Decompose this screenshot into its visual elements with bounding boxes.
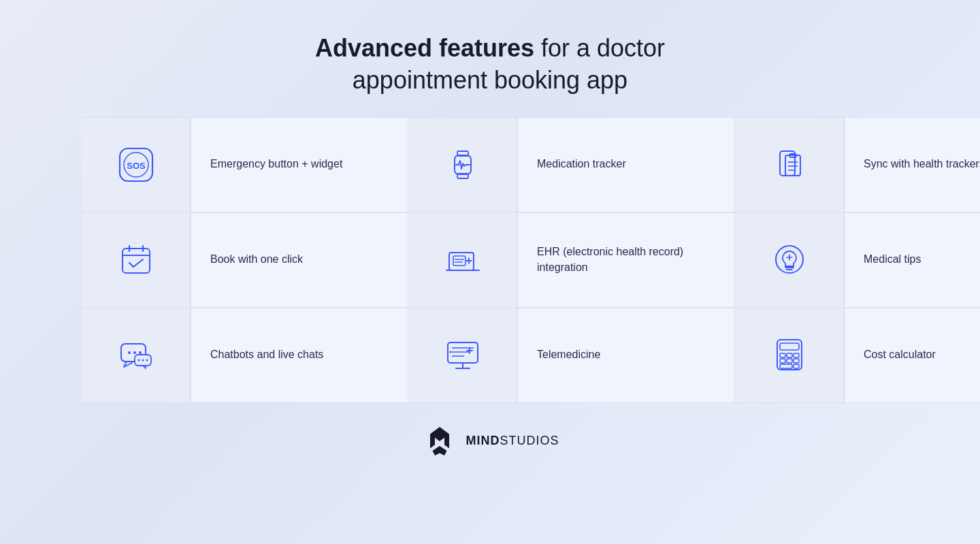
svg-point-30 [133, 351, 136, 354]
clipboard-icon [762, 138, 817, 192]
svg-point-40 [449, 351, 451, 353]
features-grid: SOS Emergency button + widget Medication… [82, 117, 898, 403]
medication-tracker-text: Medication tracker [517, 117, 735, 212]
page-header: Advanced features for a doctorappointmen… [315, 33, 665, 97]
calculator-icon [762, 327, 817, 382]
chatbots-text: Chatbots and live chats [191, 308, 408, 403]
svg-point-29 [128, 351, 131, 354]
medical-tips-text: Medical tips [844, 212, 980, 308]
sync-health-text: Sync with health trackers [844, 117, 980, 212]
svg-rect-51 [787, 359, 792, 363]
clipboard-icon-cell [735, 117, 844, 212]
svg-rect-47 [780, 353, 785, 357]
svg-rect-7 [785, 155, 800, 176]
svg-rect-49 [794, 353, 799, 357]
chat-icon [109, 327, 163, 382]
telemedicine-icon-cell [408, 308, 517, 403]
logo-icon [421, 422, 459, 460]
svg-rect-45 [777, 340, 802, 370]
brand-logo [421, 422, 459, 460]
telemedicine-icon [436, 327, 490, 382]
svg-rect-48 [787, 353, 792, 357]
svg-text:SOS: SOS [127, 161, 146, 171]
svg-rect-50 [780, 359, 785, 363]
telemedicine-text: Telemedicine [517, 308, 735, 403]
svg-point-34 [142, 359, 144, 362]
calculator-icon-cell [735, 308, 844, 403]
sos-icon: SOS [109, 138, 163, 192]
title-bold: Advanced features [315, 34, 534, 62]
emergency-button-text: Emergency button + widget [191, 117, 408, 212]
calendar-check-icon [109, 232, 163, 287]
lightbulb-icon-cell [735, 212, 844, 308]
footer: MINDSTUDIOS [421, 422, 559, 460]
ehr-icon [436, 232, 490, 287]
svg-rect-46 [780, 343, 799, 350]
svg-point-35 [146, 359, 148, 362]
svg-point-31 [139, 351, 142, 354]
ehr-icon-cell [408, 212, 517, 308]
svg-rect-52 [794, 359, 799, 363]
calendar-check-icon-cell [82, 212, 191, 308]
svg-rect-54 [794, 364, 799, 368]
lightbulb-icon [762, 232, 817, 287]
brand-name: MINDSTUDIOS [466, 434, 559, 448]
svg-rect-18 [453, 256, 466, 266]
ehr-integration-text: EHR (electronic health record) integrati… [517, 212, 735, 308]
svg-rect-12 [122, 249, 150, 273]
cost-calculator-text: Cost calculator [844, 308, 980, 403]
book-one-click-text: Book with one click [191, 212, 408, 308]
svg-rect-36 [448, 342, 478, 363]
sos-icon-cell: SOS [82, 117, 191, 212]
smartwatch-icon [436, 138, 490, 192]
svg-point-33 [137, 359, 140, 362]
chat-icon-cell [82, 308, 191, 403]
smartwatch-icon-cell [408, 117, 517, 212]
svg-rect-53 [780, 364, 792, 368]
